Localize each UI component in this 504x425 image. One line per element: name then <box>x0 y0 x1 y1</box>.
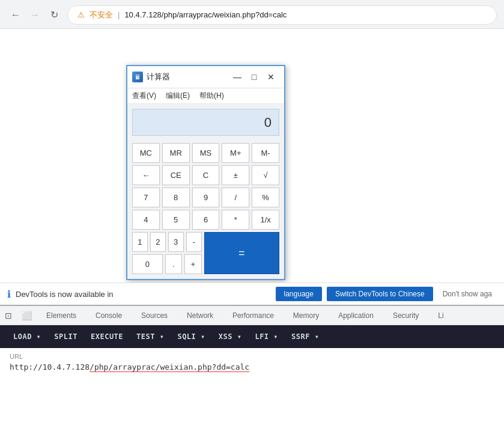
notification-bar: ℹ DevTools is now available in language … <box>0 283 504 305</box>
dismiss-button[interactable]: Don't show aga <box>438 287 497 301</box>
nav-buttons: ← → ↻ <box>7 7 62 23</box>
back-button[interactable]: ← <box>7 7 24 23</box>
tab-console[interactable]: Console <box>86 306 132 325</box>
devtools-tabs: ⊡ ⬜ Elements Console Sources Network Per… <box>0 306 504 325</box>
tab-network[interactable]: Network <box>177 306 223 325</box>
calculator-window: 🖩 计算器 — □ ✕ 查看(V) 编辑(E) 帮助(H) 0 <box>126 65 285 280</box>
calc-btn-mplus[interactable]: M+ <box>222 143 249 163</box>
calc-btn-plusminus[interactable]: ± <box>222 165 249 185</box>
calculator-icon: 🖩 <box>132 72 143 82</box>
url-host-part: http://10.4.7.128 <box>10 362 90 371</box>
toolbar-test-label: TEST ▾ <box>136 332 164 341</box>
notification-icon: ℹ <box>7 289 11 300</box>
devtools-device-button[interactable]: ⬜ <box>17 306 37 325</box>
toolbar-load-button[interactable]: LOAD ▾ <box>7 330 47 343</box>
devtools-panel: ⊡ ⬜ Elements Console Sources Network Per… <box>0 305 504 425</box>
calc-btn-add[interactable]: + <box>184 254 201 274</box>
toolbar-xss-button[interactable]: XSS ▾ <box>213 330 248 343</box>
calc-btn-backspace[interactable]: ← <box>132 165 160 185</box>
calc-row-ops: ← CE C ± √ <box>132 165 279 185</box>
calc-btn-dot[interactable]: . <box>165 254 182 274</box>
calc-row-789: 7 8 9 / % <box>132 188 279 207</box>
calc-btn-ce[interactable]: CE <box>162 165 190 185</box>
calc-btn-0[interactable]: 0 <box>132 254 163 274</box>
devtools-inspect-button[interactable]: ⊡ <box>0 306 17 325</box>
security-icon: ⚠ <box>77 10 85 19</box>
calc-close-button[interactable]: ✕ <box>263 70 279 84</box>
notification-text: DevTools is now available in <box>16 290 271 299</box>
url-display: 10.4.7.128/php/arrayprac/weixian.php?dd=… <box>124 10 287 19</box>
tab-performance[interactable]: Performance <box>223 306 284 325</box>
language-button[interactable]: language <box>276 287 322 301</box>
tab-security[interactable]: Security <box>383 306 428 325</box>
calc-btn-ms[interactable]: MS <box>192 143 220 163</box>
calc-btn-6[interactable]: 6 <box>192 210 220 230</box>
toolbar-execute-label: EXECUTE <box>91 332 123 341</box>
calc-display-value: 0 <box>264 115 272 130</box>
calc-bottom-rows: 1 2 3 - 0 . + = <box>132 232 279 274</box>
forward-button[interactable]: → <box>26 7 43 23</box>
calc-menu-help[interactable]: 帮助(H) <box>199 91 224 101</box>
calc-btn-1[interactable]: 1 <box>132 232 148 252</box>
devtools-content: URL http://10.4.7.128/php/arrayprac/weix… <box>0 348 504 425</box>
calc-btn-9[interactable]: 9 <box>192 188 220 207</box>
calc-btn-percent[interactable]: % <box>252 188 279 207</box>
tab-sources[interactable]: Sources <box>132 306 177 325</box>
tab-memory[interactable]: Memory <box>284 306 329 325</box>
calc-btn-4[interactable]: 4 <box>132 210 160 230</box>
calc-btn-equals[interactable]: = <box>204 232 280 274</box>
calc-row-123: 1 2 3 - <box>132 232 202 252</box>
calc-window-controls: — □ ✕ <box>229 70 279 84</box>
toolbar-lfi-label: LFI ▾ <box>255 332 278 341</box>
calc-menubar: 查看(V) 编辑(E) 帮助(H) <box>127 88 284 104</box>
calc-btn-5[interactable]: 5 <box>162 210 190 230</box>
toolbar-sqli-button[interactable]: SQLI ▾ <box>171 330 211 343</box>
calc-btn-c[interactable]: C <box>192 165 220 185</box>
url-path-part: /php/arrayprac/weixian.php?dd=calc <box>90 362 249 371</box>
calc-btn-subtract[interactable]: - <box>186 232 202 252</box>
url-value: http://10.4.7.128/php/arrayprac/weixian.… <box>10 362 494 371</box>
page-content: 🖩 计算器 — □ ✕ 查看(V) 编辑(E) 帮助(H) 0 <box>0 29 504 305</box>
toolbar-split-button[interactable]: SPLIT <box>48 330 83 343</box>
calc-row-456: 4 5 6 * 1/x <box>132 210 279 230</box>
calc-btn-2[interactable]: 2 <box>150 232 166 252</box>
toolbar-sqli-label: SQLI ▾ <box>177 332 205 341</box>
calc-menu-view[interactable]: 查看(V) <box>132 91 156 101</box>
toolbar-test-button[interactable]: TEST ▾ <box>130 330 170 343</box>
calc-left-bottom: 1 2 3 - 0 . + <box>132 232 202 274</box>
browser-chrome: ← → ↻ ⚠ 不安全 | 10.4.7.128/php/arrayprac/w… <box>0 0 504 29</box>
calc-btn-mr[interactable]: MR <box>162 143 190 163</box>
calc-btn-multiply[interactable]: * <box>222 210 249 230</box>
address-bar[interactable]: ⚠ 不安全 | 10.4.7.128/php/arrayprac/weixian… <box>67 5 497 25</box>
custom-toolbar: LOAD ▾ SPLIT EXECUTE TEST ▾ SQLI ▾ XSS ▾… <box>0 325 504 348</box>
calc-titlebar: 🖩 计算器 — □ ✕ <box>127 66 284 88</box>
calc-title: 计算器 <box>147 72 170 82</box>
calc-btn-reciprocal[interactable]: 1/x <box>252 210 279 230</box>
calc-btn-divide[interactable]: / <box>222 188 249 207</box>
tab-more[interactable]: Li <box>428 306 453 325</box>
toolbar-execute-button[interactable]: EXECUTE <box>85 330 129 343</box>
calc-minimize-button[interactable]: — <box>229 70 246 84</box>
calc-btn-sqrt[interactable]: √ <box>252 165 279 185</box>
page-main: 🖩 计算器 — □ ✕ 查看(V) 编辑(E) 帮助(H) 0 <box>0 29 504 425</box>
toolbar-split-label: SPLIT <box>54 332 77 341</box>
calc-btn-8[interactable]: 8 <box>162 188 190 207</box>
tab-application[interactable]: Application <box>329 306 383 325</box>
url-label: URL <box>10 353 494 360</box>
calc-btn-mminus[interactable]: M- <box>252 143 279 163</box>
toolbar-ssrf-label: SSRF ▾ <box>291 332 319 341</box>
calc-maximize-button[interactable]: □ <box>246 70 263 84</box>
toolbar-ssrf-button[interactable]: SSRF ▾ <box>285 330 325 343</box>
calc-row-memory: MC MR MS M+ M- <box>132 143 279 163</box>
calc-btn-7[interactable]: 7 <box>132 188 160 207</box>
tab-elements[interactable]: Elements <box>37 306 86 325</box>
calc-btn-mc[interactable]: MC <box>132 143 160 163</box>
reload-button[interactable]: ↻ <box>46 7 62 23</box>
switch-devtools-button[interactable]: Switch DevTools to Chinese <box>327 287 433 301</box>
calc-display: 0 <box>132 109 279 136</box>
calc-btn-3[interactable]: 3 <box>168 232 184 252</box>
calc-menu-edit[interactable]: 编辑(E) <box>166 91 190 101</box>
calc-row-0: 0 . + <box>132 254 202 274</box>
toolbar-lfi-button[interactable]: LFI ▾ <box>249 330 284 343</box>
calc-buttons: MC MR MS M+ M- ← CE C ± √ 7 8 <box>127 141 284 279</box>
